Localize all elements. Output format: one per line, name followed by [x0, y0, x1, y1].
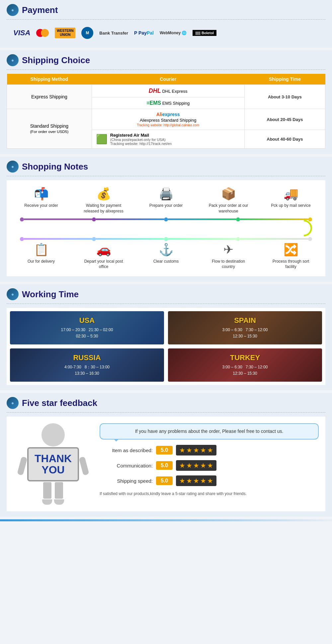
star9: ★ [200, 461, 206, 469]
payment-logos-row: VISA WESTERNUNION M Bank Transfer P PayP… [7, 24, 325, 42]
flow-item-pickup: 🚚 Pck up by mail service [268, 187, 314, 208]
feedback-divider [7, 412, 325, 413]
figure-legs [43, 482, 63, 499]
rating-label-2: Communication: [100, 463, 153, 468]
express-time-cell: About 3-10 Days [244, 85, 325, 109]
feedback-header: Five star feedback [7, 397, 325, 409]
boletol-logo: ||||| Boletol [193, 30, 216, 36]
shipping-divider [7, 69, 325, 70]
ems-courier-cell: ≡EMS EMS Shipping [92, 97, 244, 109]
payment-section-icon [7, 4, 19, 16]
rating-score-3: 5.0 [156, 476, 173, 485]
rating-row-2: Communication: 5.0 ★ ★ ★ ★ ★ [100, 460, 319, 471]
stars-3: ★ ★ ★ ★ ★ [176, 475, 216, 486]
star3: ★ [193, 446, 199, 454]
line7 [168, 238, 236, 240]
reg-time: About 40-60 Days [267, 137, 303, 142]
reg-courier-content: 🟩 Registered Air Mail (China post/epacke… [96, 133, 240, 146]
pack-icon: 📦 [221, 187, 236, 201]
usa-name: USA [79, 316, 95, 325]
spain-bg: SPAIN 3:00 – 6:30 7:30 – 12:0012:30 – 15… [168, 311, 322, 344]
webmoney-logo: WebMoney 🌐 [160, 31, 187, 35]
mastercard-logo [36, 29, 49, 37]
dot3 [164, 217, 168, 221]
flow-item-flow: ✈ Flow to destination country [205, 243, 252, 270]
usa-bg: USA 17:00 – 20:30 21:30 – 02:0002:30 – 5… [10, 311, 164, 344]
line6 [96, 238, 164, 240]
depart-label: Depart your local post office [80, 259, 127, 270]
star11: ★ [179, 477, 185, 485]
payment-icon: 💰 [96, 187, 111, 201]
right-foot [54, 499, 64, 505]
star8: ★ [193, 461, 199, 469]
flow-connector-2 [10, 237, 322, 241]
ems-label: EMS Shipping [162, 101, 190, 106]
line5 [24, 238, 92, 240]
turkey-bg: TURKEY 3:00 – 6:30 7:30 – 12:0012:30 – 1… [168, 348, 322, 382]
star13: ★ [193, 477, 199, 485]
express-method-label: Express Shipping [31, 94, 67, 99]
spain-card: SPAIN 3:00 – 6:30 7:30 – 12:0012:30 – 15… [168, 311, 322, 344]
notes-header: Shopping Notes [7, 161, 325, 173]
pickup-icon: 🚚 [284, 187, 298, 201]
rating-row-1: Item as described: 5.0 ★ ★ ★ ★ ★ [100, 445, 319, 455]
figure-area: THANK YOU [13, 423, 93, 505]
star5: ★ [207, 446, 213, 454]
dot6 [20, 237, 24, 241]
ali-shipping-label: Aliexpress Standard Shipping [140, 118, 197, 123]
sort-icon: 🔀 [284, 243, 298, 257]
delivery-label: Our for delivery [28, 259, 55, 264]
feedback-footer: If satisfied with our products,kindly le… [100, 491, 319, 497]
notes-section-icon [7, 161, 19, 173]
col-time: Shipping Time [244, 74, 325, 85]
figure-mid: THANK YOU [19, 447, 87, 481]
flow-item-delivery: 📋 Our for delivery [18, 243, 64, 264]
dot7 [92, 237, 96, 241]
star14: ★ [200, 477, 206, 485]
paypal-logo: P PayPal [134, 30, 154, 36]
reg-courier-cell: 🟩 Registered Air Mail (China post/epacke… [92, 130, 244, 149]
rating-score-2: 5.0 [156, 461, 173, 470]
delivery-icon: 📋 [34, 243, 49, 257]
mc-yellow-circle [41, 29, 49, 37]
right-leg [55, 482, 63, 499]
thank-text: THANK YOU [35, 453, 72, 475]
dot8 [164, 237, 168, 241]
left-leg [43, 482, 51, 499]
prepare-icon: 🖨️ [159, 187, 174, 201]
bank-transfer-logo: Bank Transfer [99, 31, 128, 36]
reg-text-area: Registered Air Mail (China post/epacket-… [110, 133, 172, 146]
notes-section: Shopping Notes 📬 Receive your order 💰 Wa… [0, 157, 332, 282]
sort-label: Process through sort facility [268, 259, 314, 270]
thank-line2: YOU [35, 464, 72, 476]
flow-item-customs: ⚓ Clear customs [143, 243, 189, 264]
rating-score-1: 5.0 [156, 446, 173, 454]
flow-icon: ✈ [223, 243, 233, 257]
working-header: Working Time [7, 288, 325, 300]
flow-label: Flow to destination country [205, 259, 252, 270]
flow-connector-1 [10, 217, 322, 221]
pickup-label: Pck up by mail service [271, 203, 310, 208]
dot1 [20, 217, 24, 221]
star4: ★ [200, 446, 206, 454]
flow-item-receive: 📬 Receive your order [18, 187, 64, 208]
notes-divider [7, 176, 325, 176]
russia-bg: RUSSIA 4:00-7:30 8：30 – 13:0013:30 – 16:… [10, 348, 164, 382]
col-courier: Courier [92, 74, 244, 85]
star10: ★ [207, 461, 213, 469]
feedback-title: Five star feedback [22, 398, 97, 408]
reg-title: Registered Air Mail [110, 133, 172, 138]
ali-courier-cell: Aliexpress Aliexpress Standard Shipping … [92, 109, 244, 130]
line4 [240, 218, 308, 220]
russia-times: 4:00-7:30 8：30 – 13:0013:30 – 16:30 [64, 364, 110, 377]
rating-row-3: Shipping speed: 5.0 ★ ★ ★ ★ ★ [100, 475, 319, 486]
payment-header: Payment [7, 4, 325, 16]
usa-times: 17:00 – 20:30 21:30 – 02:0002:30 – 5:30 [61, 327, 113, 339]
working-section-icon [7, 288, 19, 300]
star2: ★ [186, 446, 192, 454]
ems-logo: ≡EMS [146, 100, 161, 106]
reg-sub1: (China post/epacket-only for USA) [110, 138, 172, 142]
flow-item-pack: 📦 Pack your order at our warehouse [205, 187, 252, 214]
turkey-card: TURKEY 3:00 – 6:30 7:30 – 12:0012:30 – 1… [168, 348, 322, 382]
bottom-border [0, 519, 332, 521]
